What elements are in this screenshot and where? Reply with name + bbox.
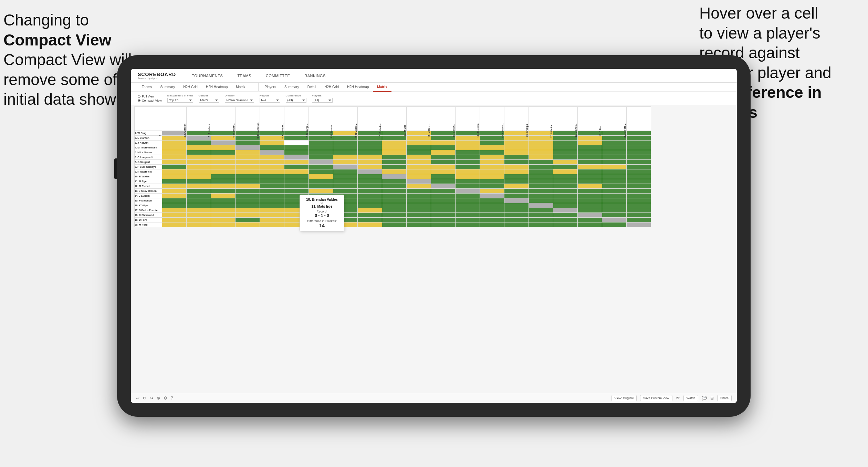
cell-1-2[interactable] <box>211 136 236 141</box>
cell-9-2[interactable] <box>211 174 236 179</box>
cell-1-16[interactable] <box>553 136 578 141</box>
cell-16-9[interactable] <box>382 208 407 213</box>
cell-6-12[interactable] <box>456 160 480 165</box>
cell-4-17[interactable] <box>578 150 602 155</box>
cell-6-17[interactable] <box>578 160 602 165</box>
cell-13-16[interactable] <box>553 194 578 198</box>
cell-12-0[interactable] <box>162 189 187 194</box>
redo-icon[interactable]: ⟳ <box>143 396 146 401</box>
cell-3-10[interactable] <box>407 145 431 150</box>
cell-2-14[interactable] <box>504 141 529 145</box>
cell-14-14[interactable] <box>504 198 529 203</box>
cell-18-8[interactable] <box>358 218 382 222</box>
cell-8-17[interactable] <box>578 169 602 174</box>
cell-10-0[interactable] <box>162 179 187 184</box>
cell-18-3[interactable] <box>236 218 260 222</box>
cell-18-1[interactable] <box>187 218 211 222</box>
cell-0-11[interactable] <box>431 131 456 136</box>
cell-16-4[interactable] <box>260 208 284 213</box>
cell-1-7[interactable] <box>333 136 358 141</box>
cell-16-10[interactable] <box>407 208 431 213</box>
cell-13-10[interactable] <box>407 194 431 198</box>
cell-3-6[interactable] <box>309 145 333 150</box>
cell-5-6[interactable] <box>309 155 333 160</box>
cell-8-12[interactable] <box>456 169 480 174</box>
cell-9-0[interactable] <box>162 174 187 179</box>
cell-2-9[interactable] <box>382 141 407 145</box>
cell-5-17[interactable] <box>578 155 602 160</box>
cell-12-5[interactable] <box>284 189 309 194</box>
cell-7-12[interactable] <box>456 165 480 169</box>
cell-6-13[interactable] <box>480 160 504 165</box>
cell-1-12[interactable] <box>456 136 480 141</box>
cell-13-2[interactable] <box>211 194 236 198</box>
cell-15-2[interactable] <box>211 203 236 208</box>
cell-8-16[interactable] <box>553 169 578 174</box>
cell-19-8[interactable] <box>358 222 382 227</box>
cell-16-3[interactable] <box>236 208 260 213</box>
cell-14-16[interactable] <box>553 198 578 203</box>
cell-7-8[interactable] <box>358 165 382 169</box>
cell-9-9[interactable] <box>382 174 407 179</box>
cell-5-2[interactable] <box>211 155 236 160</box>
cell-16-14[interactable] <box>504 208 529 213</box>
cell-7-5[interactable] <box>284 165 309 169</box>
cell-0-7[interactable] <box>333 131 358 136</box>
cell-5-13[interactable] <box>480 155 504 160</box>
cell-12-14[interactable] <box>504 189 529 194</box>
cell-19-0[interactable] <box>162 222 187 227</box>
cell-11-15[interactable] <box>529 184 553 189</box>
tab-summary-1[interactable]: Summary <box>156 83 179 92</box>
cell-2-18[interactable] <box>602 141 627 145</box>
cell-17-13[interactable] <box>480 213 504 218</box>
cell-0-8[interactable] <box>358 131 382 136</box>
full-view-radio[interactable]: Full View <box>138 95 162 98</box>
cell-11-0[interactable] <box>162 184 187 189</box>
cell-3-2[interactable] <box>211 145 236 150</box>
cell-11-7[interactable] <box>333 184 358 189</box>
cell-5-4[interactable] <box>260 155 284 160</box>
cell-10-2[interactable] <box>211 179 236 184</box>
cell-10-15[interactable] <box>529 179 553 184</box>
cell-11-6[interactable] <box>309 184 333 189</box>
cell-9-12[interactable] <box>456 174 480 179</box>
cell-0-6[interactable] <box>309 131 333 136</box>
cell-11-13[interactable] <box>480 184 504 189</box>
cell-6-4[interactable] <box>260 160 284 165</box>
cell-17-18[interactable] <box>602 213 627 218</box>
cell-11-14[interactable] <box>504 184 529 189</box>
cell-5-16[interactable] <box>553 155 578 160</box>
cell-14-12[interactable] <box>456 198 480 203</box>
cell-5-8[interactable] <box>358 155 382 160</box>
cell-16-16[interactable] <box>553 208 578 213</box>
tab-matrix-active[interactable]: Matrix <box>373 83 391 92</box>
cell-5-1[interactable] <box>187 155 211 160</box>
cell-9-7[interactable] <box>333 174 358 179</box>
cell-15-14[interactable] <box>504 203 529 208</box>
cell-3-5[interactable] <box>284 145 309 150</box>
cell-8-5[interactable] <box>284 169 309 174</box>
cell-0-12[interactable] <box>456 131 480 136</box>
cell-4-9[interactable] <box>382 150 407 155</box>
cell-4-5[interactable] <box>284 150 309 155</box>
undo-icon[interactable]: ↩ <box>136 396 139 401</box>
cell-17-9[interactable] <box>382 213 407 218</box>
cell-19-15[interactable] <box>529 222 553 227</box>
cell-2-1[interactable] <box>187 141 211 145</box>
tab-h2h-grid-2[interactable]: H2H Grid <box>320 83 343 92</box>
cell-11-2[interactable] <box>211 184 236 189</box>
cell-5-12[interactable] <box>456 155 480 160</box>
cell-17-12[interactable] <box>456 213 480 218</box>
cell-3-18[interactable] <box>602 145 627 150</box>
cell-17-17[interactable] <box>578 213 602 218</box>
tab-h2h-heatmap-1[interactable]: H2H Heatmap <box>202 83 232 92</box>
cell-14-17[interactable] <box>578 198 602 203</box>
cell-18-15[interactable] <box>529 218 553 222</box>
cell-6-10[interactable] <box>407 160 431 165</box>
cell-13-8[interactable] <box>358 194 382 198</box>
cell-13-12[interactable] <box>456 194 480 198</box>
cell-3-15[interactable] <box>529 145 553 150</box>
max-players-select[interactable]: Top 25 <box>167 98 193 103</box>
cell-0-5[interactable] <box>284 131 309 136</box>
cell-16-17[interactable] <box>578 208 602 213</box>
